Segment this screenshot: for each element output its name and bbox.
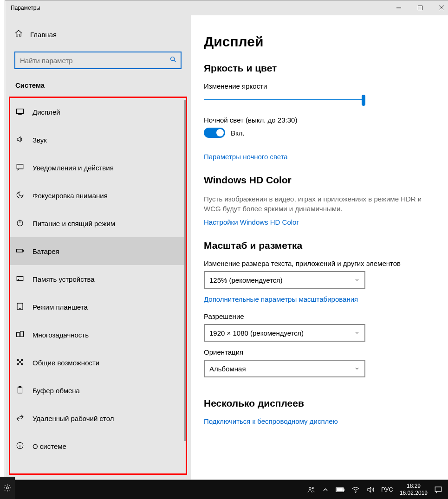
search-icon <box>169 56 177 65</box>
svg-rect-12 <box>23 250 24 251</box>
sidebar-item-notifications[interactable]: Уведомления и действия <box>10 154 186 181</box>
svg-point-14 <box>18 279 19 280</box>
power-icon <box>16 219 24 228</box>
minimize-button[interactable] <box>388 0 409 15</box>
sidebar: Главная Система Дисплей Звук <box>5 15 191 480</box>
maximize-button[interactable] <box>409 0 431 15</box>
home-label: Главная <box>30 31 57 39</box>
brightness-label: Изменение яркости <box>204 82 439 90</box>
nightlight-label: Ночной свет (выкл. до 23:30) <box>204 116 439 124</box>
sidebar-item-label: Общие возможности <box>32 359 99 367</box>
sidebar-item-battery[interactable]: Батарея <box>10 237 186 265</box>
content-area: Дисплей Яркость и цвет Изменение яркости… <box>191 15 448 480</box>
display-icon <box>16 107 24 117</box>
svg-point-28 <box>6 487 9 489</box>
sidebar-item-label: Звук <box>32 136 47 144</box>
svg-rect-35 <box>435 487 442 492</box>
sidebar-item-label: Фокусировка внимания <box>32 192 108 200</box>
sidebar-item-label: Многозадачность <box>32 331 89 339</box>
svg-rect-33 <box>337 488 343 491</box>
scale-dropdown[interactable]: 125% (рекомендуется) <box>204 271 365 289</box>
scale-size-label: Изменение размера текста, приложений и д… <box>204 259 439 267</box>
chevron-down-icon <box>354 276 360 284</box>
sidebar-item-power[interactable]: Питание и спящий режим <box>10 209 186 237</box>
sound-icon <box>16 135 24 145</box>
sidebar-item-focus[interactable]: Фокусировка внимания <box>10 181 186 209</box>
language-indicator[interactable]: РУС <box>381 486 393 493</box>
hdcolor-desc: Пусть изображения в видео, играх и прило… <box>204 194 431 214</box>
svg-rect-8 <box>17 164 23 169</box>
sidebar-section-title: Система <box>15 81 182 89</box>
titlebar: Параметры <box>5 0 448 15</box>
chevron-up-icon[interactable] <box>322 486 329 493</box>
sidebar-menu: Дисплей Звук Уведомления и действия Фоку… <box>9 97 187 475</box>
sidebar-item-label: Дисплей <box>32 108 60 116</box>
battery-icon <box>16 246 24 256</box>
battery-tray-icon[interactable] <box>336 486 345 493</box>
home-icon <box>14 29 23 39</box>
svg-rect-13 <box>17 276 23 280</box>
sidebar-item-multitask[interactable]: Многозадачность <box>10 321 186 349</box>
sidebar-item-label: Уведомления и действия <box>32 164 114 172</box>
svg-point-4 <box>171 57 175 61</box>
svg-line-5 <box>174 60 175 62</box>
scrollbar[interactable] <box>184 100 186 441</box>
remote-icon <box>16 414 24 423</box>
sidebar-item-clipboard[interactable]: Буфер обмена <box>10 376 186 404</box>
people-icon[interactable] <box>307 486 315 494</box>
resolution-dropdown[interactable]: 1920 × 1080 (рекомендуется) <box>204 324 365 342</box>
hdcolor-link[interactable]: Настройки Windows HD Color <box>204 218 439 226</box>
sidebar-item-about[interactable]: О системе <box>10 432 186 460</box>
chevron-down-icon <box>354 365 360 373</box>
wifi-icon[interactable] <box>351 486 360 494</box>
sidebar-item-shared[interactable]: Общие возможности <box>10 349 186 376</box>
sidebar-item-label: Удаленный рабочий стол <box>32 415 114 422</box>
action-center-icon[interactable] <box>434 486 442 494</box>
orientation-dropdown[interactable]: Альбомная <box>204 360 365 377</box>
multitask-icon <box>16 330 24 340</box>
clock-time: 18:29 <box>400 483 428 489</box>
svg-rect-17 <box>17 332 20 337</box>
sidebar-item-sound[interactable]: Звук <box>10 126 186 154</box>
home-nav[interactable]: Главная <box>14 29 182 39</box>
moon-icon <box>16 191 24 201</box>
sidebar-item-display[interactable]: Дисплей <box>10 98 186 126</box>
clipboard-icon <box>16 386 24 395</box>
sidebar-item-label: Батарея <box>32 247 59 255</box>
sidebar-item-label: Буфер обмена <box>32 387 80 395</box>
storage-icon <box>16 274 24 284</box>
clock[interactable]: 18:29 16.02.2019 <box>400 483 428 496</box>
window-controls <box>388 0 448 15</box>
svg-rect-32 <box>344 489 344 490</box>
sidebar-item-remote[interactable]: Удаленный рабочий стол <box>10 404 186 432</box>
notifications-icon <box>16 163 24 173</box>
window-title: Параметры <box>11 5 40 11</box>
scale-heading: Масштаб и разметка <box>204 240 439 251</box>
nightlight-settings-link[interactable]: Параметры ночного света <box>204 153 439 161</box>
nightlight-toggle[interactable] <box>204 128 225 138</box>
sidebar-item-storage[interactable]: Память устройства <box>10 265 186 293</box>
svg-rect-1 <box>418 6 422 10</box>
svg-rect-11 <box>17 249 23 252</box>
start-settings-button[interactable] <box>0 477 15 499</box>
sidebar-item-tablet[interactable]: Режим планшета <box>10 293 186 321</box>
tablet-icon <box>16 302 24 312</box>
hdcolor-heading: Windows HD Color <box>204 175 439 186</box>
wireless-display-link[interactable]: Подключиться к беспроводному дисплею <box>204 417 439 425</box>
scale-value: 125% (рекомендуется) <box>209 276 282 284</box>
adv-scale-link[interactable]: Дополнительные параметры масштабирования <box>204 295 439 303</box>
brightness-slider[interactable] <box>204 94 365 107</box>
svg-rect-18 <box>20 331 24 337</box>
search-box[interactable] <box>14 52 182 69</box>
shared-icon <box>16 358 24 368</box>
sidebar-item-label: Питание и спящий режим <box>32 220 115 227</box>
orientation-label: Ориентация <box>204 348 439 356</box>
info-icon <box>16 441 24 451</box>
search-input[interactable] <box>20 57 169 65</box>
svg-point-34 <box>355 492 356 493</box>
orientation-value: Альбомная <box>209 365 246 373</box>
toggle-state: Вкл. <box>231 129 245 137</box>
chevron-down-icon <box>354 329 360 337</box>
close-button[interactable] <box>431 0 448 15</box>
volume-icon[interactable] <box>366 486 375 494</box>
